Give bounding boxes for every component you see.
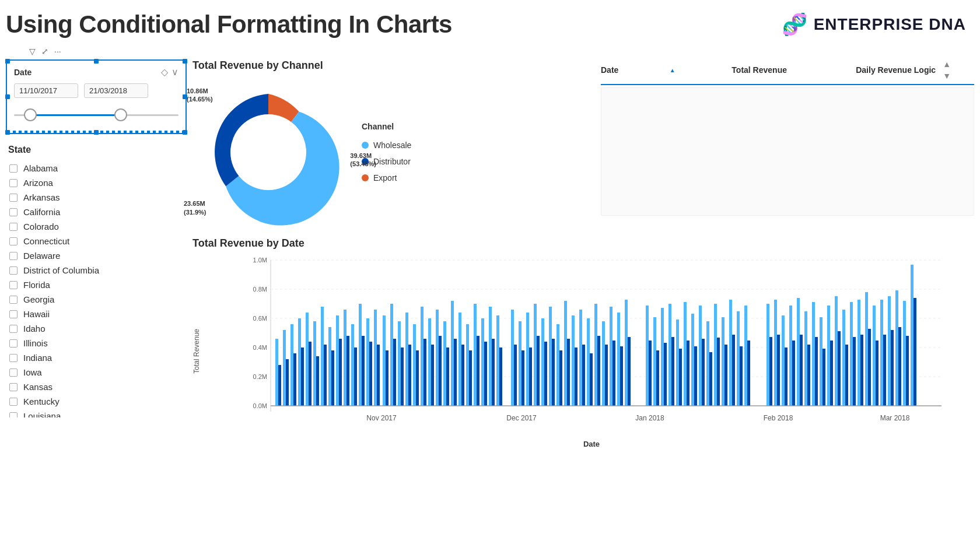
svg-rect-25 <box>301 348 304 406</box>
svg-rect-70 <box>474 304 477 406</box>
state-checkbox[interactable] <box>9 383 18 391</box>
state-item[interactable]: Florida <box>8 278 184 292</box>
svg-rect-41 <box>362 336 365 406</box>
slicer-diamond-btn[interactable]: ◇ <box>161 66 168 78</box>
svg-rect-163 <box>860 335 863 406</box>
right-panel: Total Revenue by Channel <box>192 59 974 448</box>
svg-rect-45 <box>377 345 380 406</box>
state-item[interactable]: District of Columbia <box>8 263 184 278</box>
state-checkbox[interactable] <box>9 296 18 304</box>
svg-rect-173 <box>898 327 901 406</box>
slider-thumb-left[interactable] <box>24 108 37 121</box>
state-label: Connecticut <box>23 236 69 246</box>
svg-rect-142 <box>782 315 785 406</box>
state-item[interactable]: Alabama <box>8 161 184 176</box>
svg-rect-83 <box>529 348 532 406</box>
state-checkbox[interactable] <box>9 325 18 333</box>
corner-handle-tl <box>5 59 10 64</box>
logo-text: ENTERPRISE DNA <box>814 15 966 34</box>
end-date-input[interactable] <box>84 83 148 98</box>
state-checkbox[interactable] <box>9 266 18 275</box>
svg-rect-138 <box>766 304 769 406</box>
state-label: Georgia <box>23 294 54 304</box>
svg-rect-39 <box>354 348 357 406</box>
svg-rect-20 <box>283 330 286 406</box>
svg-rect-143 <box>785 348 788 406</box>
svg-rect-160 <box>850 302 853 406</box>
state-checkbox[interactable] <box>9 368 18 377</box>
date-slider[interactable] <box>14 106 178 124</box>
state-item[interactable]: Kansas <box>8 380 184 394</box>
state-checkbox[interactable] <box>9 412 18 418</box>
state-item[interactable]: Louisiana <box>8 409 184 417</box>
donut-section: Total Revenue by Channel <box>192 59 589 228</box>
state-item[interactable]: Colorado <box>8 219 184 234</box>
svg-rect-68 <box>466 324 469 406</box>
state-item[interactable]: Arkansas <box>8 190 184 205</box>
state-item[interactable]: Iowa <box>8 365 184 380</box>
legend-export: Export <box>362 173 411 183</box>
state-item[interactable]: California <box>8 205 184 219</box>
corner-handle-bl <box>5 130 10 135</box>
slicer-chevron-btn[interactable]: ∨ <box>172 66 178 78</box>
table-scroll-down[interactable]: ▼ <box>943 71 951 80</box>
state-item[interactable]: Connecticut <box>8 234 184 248</box>
svg-rect-165 <box>868 329 871 406</box>
state-list[interactable]: Alabama Arizona Arkansas California Colo… <box>8 161 184 417</box>
slider-thumb-right[interactable] <box>114 108 127 121</box>
state-checkbox[interactable] <box>9 281 18 289</box>
bar-chart-svg: 1.0M 0.8M 0.6M 0.4M 0.2M 0.0M Nov 2017 D… <box>209 254 974 435</box>
svg-rect-86 <box>541 318 544 406</box>
date-inputs <box>14 83 178 98</box>
svg-rect-126 <box>706 321 709 406</box>
slider-track <box>14 114 178 116</box>
state-checkbox[interactable] <box>9 252 18 260</box>
svg-rect-28 <box>313 321 316 406</box>
state-checkbox[interactable] <box>9 339 18 348</box>
table-body <box>601 87 974 216</box>
svg-text:0.0M: 0.0M <box>253 402 267 409</box>
page-title: Using Conditional Formatting In Charts <box>6 10 452 38</box>
state-label: Kansas <box>23 382 52 392</box>
table-scroll-up[interactable]: ▲ <box>943 59 963 69</box>
more-icon[interactable]: ··· <box>54 47 61 56</box>
svg-rect-152 <box>820 317 822 406</box>
svg-rect-114 <box>661 308 664 406</box>
svg-rect-103 <box>605 345 608 406</box>
state-item[interactable]: Indiana <box>8 350 184 365</box>
state-checkbox[interactable] <box>9 223 18 231</box>
expand-icon[interactable]: ⤢ <box>41 47 48 56</box>
svg-rect-60 <box>436 310 439 406</box>
state-item[interactable]: Arizona <box>8 176 184 190</box>
state-item[interactable]: Illinois <box>8 336 184 350</box>
state-checkbox[interactable] <box>9 354 18 362</box>
state-item[interactable]: Idaho <box>8 321 184 336</box>
svg-rect-98 <box>587 318 590 406</box>
state-checkbox[interactable] <box>9 208 18 216</box>
state-checkbox[interactable] <box>9 398 18 406</box>
svg-rect-156 <box>835 296 838 406</box>
state-item[interactable]: Hawaii <box>8 307 184 321</box>
state-item[interactable]: Delaware <box>8 248 184 263</box>
state-checkbox[interactable] <box>9 194 18 202</box>
svg-rect-176 <box>911 265 914 406</box>
state-item[interactable]: Georgia <box>8 292 184 307</box>
svg-rect-145 <box>792 341 795 406</box>
filter-icon[interactable]: ▽ <box>29 47 36 56</box>
state-item[interactable]: Kentucky <box>8 394 184 409</box>
table-section: Date ▲ Total Revenue Daily Revenue Logic… <box>601 59 974 216</box>
svg-rect-164 <box>865 292 868 406</box>
svg-rect-53 <box>408 345 411 406</box>
svg-rect-65 <box>454 339 457 406</box>
donut-hole <box>230 114 306 190</box>
state-checkbox[interactable] <box>9 164 18 173</box>
state-checkbox[interactable] <box>9 237 18 245</box>
state-label: Alabama <box>23 163 58 173</box>
svg-text:Nov 2017: Nov 2017 <box>366 414 397 422</box>
state-checkbox[interactable] <box>9 310 18 318</box>
state-label: Kentucky <box>23 396 60 406</box>
start-date-input[interactable] <box>14 83 78 98</box>
donut-svg <box>192 76 344 228</box>
state-checkbox[interactable] <box>9 179 18 187</box>
bar-chart-container: Total Revenue 1.0M 0. <box>192 254 974 448</box>
